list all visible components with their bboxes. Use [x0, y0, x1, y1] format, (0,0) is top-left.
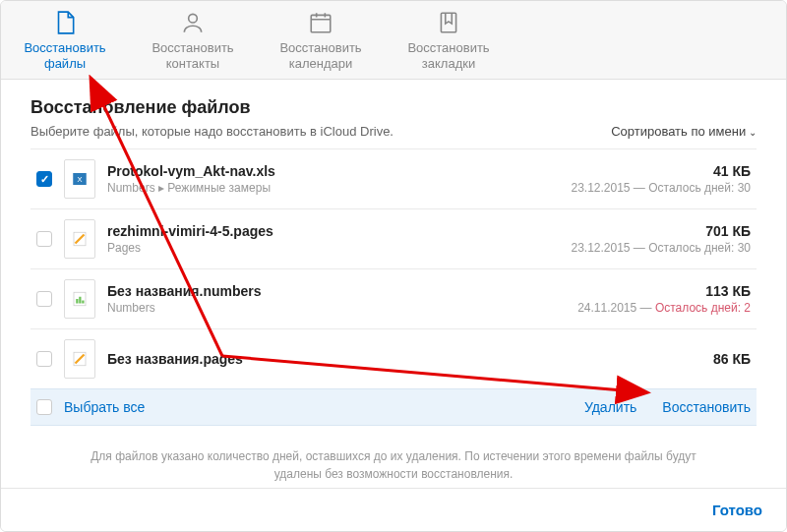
checkbox[interactable]: [36, 351, 52, 367]
file-info: Protokol-vym_Akt-nav.xls Numbers ▸ Режим…: [107, 163, 571, 195]
tab-label: контакты: [166, 56, 219, 72]
done-button[interactable]: Готово: [712, 502, 762, 518]
document-icon: [51, 9, 79, 36]
restore-calendars-tab[interactable]: Восстановить календари: [267, 6, 375, 75]
content-area: Восстановление файлов Выберите файлы, ко…: [1, 80, 786, 504]
select-all-checkbox[interactable]: [36, 399, 52, 415]
checkbox[interactable]: [36, 291, 52, 307]
sort-dropdown[interactable]: Сортировать по имени: [611, 124, 757, 139]
file-name: Без названия.numbers: [107, 283, 577, 299]
page-subtitle: Выберите файлы, которые надо восстановит…: [30, 124, 394, 139]
file-meta: 41 КБ 23.12.2015 — Осталось дней: 30: [571, 163, 751, 195]
numbers-file-icon: [64, 279, 95, 319]
file-date: 23.12.2015 — Осталось дней: 30: [571, 181, 751, 195]
svg-rect-7: [76, 299, 78, 304]
file-size: 86 КБ: [713, 351, 751, 367]
checkbox[interactable]: [36, 171, 52, 187]
file-size: 113 КБ: [705, 283, 751, 299]
page-title: Восстановление файлов: [30, 97, 757, 118]
file-date-value: 23.12.2015: [571, 181, 630, 195]
pages-file-icon: [64, 339, 95, 379]
svg-text:X: X: [77, 175, 82, 184]
file-meta: 113 КБ 24.11.2015 — Осталось дней: 2: [577, 283, 751, 315]
svg-point-0: [189, 14, 198, 23]
file-date: 24.11.2015 — Осталось дней: 2: [577, 301, 751, 315]
svg-rect-9: [82, 301, 84, 304]
file-expire: Осталось дней: 30: [648, 241, 751, 255]
tab-label: календари: [289, 56, 353, 72]
file-date-value: 23.12.2015: [571, 241, 630, 255]
contact-icon: [179, 9, 207, 36]
toolbar: Восстановить файлы Восстановить контакты…: [1, 1, 786, 80]
file-row[interactable]: Без названия.numbers Numbers 113 КБ 24.1…: [30, 269, 757, 329]
file-info: Без названия.numbers Numbers: [107, 283, 577, 315]
delete-button[interactable]: Удалить: [584, 399, 636, 415]
restore-bookmarks-tab[interactable]: Восстановить закладки: [394, 6, 503, 75]
svg-rect-2: [441, 13, 455, 32]
restore-button[interactable]: Восстановить: [662, 399, 751, 415]
select-all-link[interactable]: Выбрать все: [64, 399, 145, 415]
file-date: 23.12.2015 — Осталось дней: 30: [571, 241, 751, 255]
file-list: X Protokol-vym_Akt-nav.xls Numbers ▸ Реж…: [30, 148, 757, 388]
tab-label: файлы: [44, 56, 86, 72]
tab-label: закладки: [422, 56, 475, 72]
svg-rect-8: [79, 297, 81, 304]
restore-files-tab[interactable]: Восстановить файлы: [11, 6, 119, 75]
file-row[interactable]: X Protokol-vym_Akt-nav.xls Numbers ▸ Реж…: [30, 149, 757, 209]
file-name: Без названия.pages: [107, 351, 713, 367]
restore-contacts-tab[interactable]: Восстановить контакты: [139, 6, 247, 75]
file-path: Numbers: [107, 301, 577, 315]
file-info: Без названия.pages: [107, 351, 713, 367]
file-size: 41 КБ: [713, 163, 751, 179]
bottom-bar: Готово: [1, 488, 786, 531]
file-row[interactable]: Без названия.pages 86 КБ: [30, 329, 757, 388]
file-name: rezhimni-vimiri-4-5.pages: [107, 223, 571, 239]
xls-file-icon: X: [64, 159, 95, 199]
bookmark-icon: [435, 9, 462, 36]
file-meta: 701 КБ 23.12.2015 — Осталось дней: 30: [571, 223, 751, 255]
checkbox[interactable]: [36, 231, 52, 247]
tab-label: Восстановить: [407, 40, 489, 56]
file-path: Pages: [107, 241, 571, 255]
pages-file-icon: [64, 219, 95, 259]
file-meta: 86 КБ: [713, 351, 751, 367]
header-row: Выберите файлы, которые надо восстановит…: [30, 124, 757, 139]
file-expire: Осталось дней: 30: [648, 181, 751, 195]
file-info: rezhimni-vimiri-4-5.pages Pages: [107, 223, 571, 255]
file-expire: Осталось дней: 2: [655, 301, 751, 315]
action-bar: Выбрать все Удалить Восстановить: [30, 388, 757, 426]
file-path: Numbers ▸ Режимные замеры: [107, 181, 571, 195]
tab-label: Восстановить: [151, 40, 233, 56]
tab-label: Восстановить: [279, 40, 361, 56]
tab-label: Восстановить: [24, 40, 105, 56]
file-row[interactable]: rezhimni-vimiri-4-5.pages Pages 701 КБ 2…: [30, 209, 757, 269]
calendar-icon: [307, 9, 334, 36]
svg-rect-1: [311, 15, 331, 31]
file-date-value: 24.11.2015: [577, 301, 636, 315]
file-name: Protokol-vym_Akt-nav.xls: [107, 163, 571, 179]
file-size: 701 КБ: [705, 223, 751, 239]
